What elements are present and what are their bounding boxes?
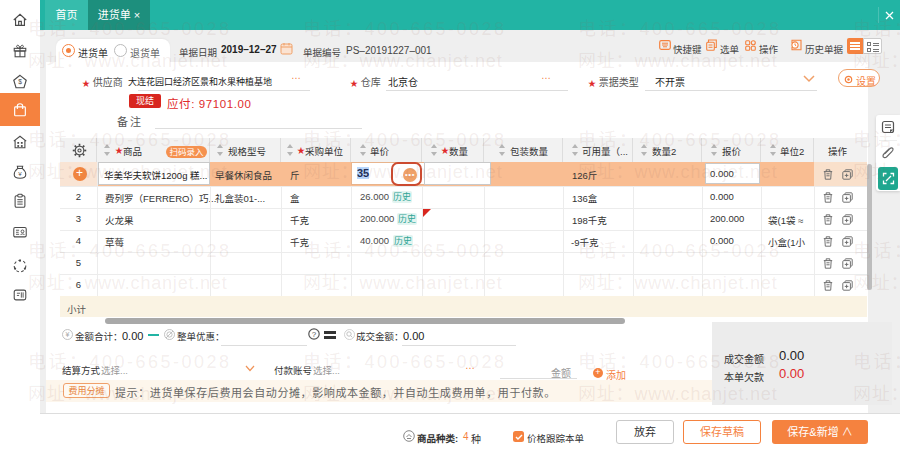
svg-text:¥: ¥ bbox=[66, 331, 70, 338]
svg-text:$: $ bbox=[18, 78, 22, 85]
svg-text:¥: ¥ bbox=[18, 170, 22, 177]
svg-text:?: ? bbox=[312, 330, 317, 339]
